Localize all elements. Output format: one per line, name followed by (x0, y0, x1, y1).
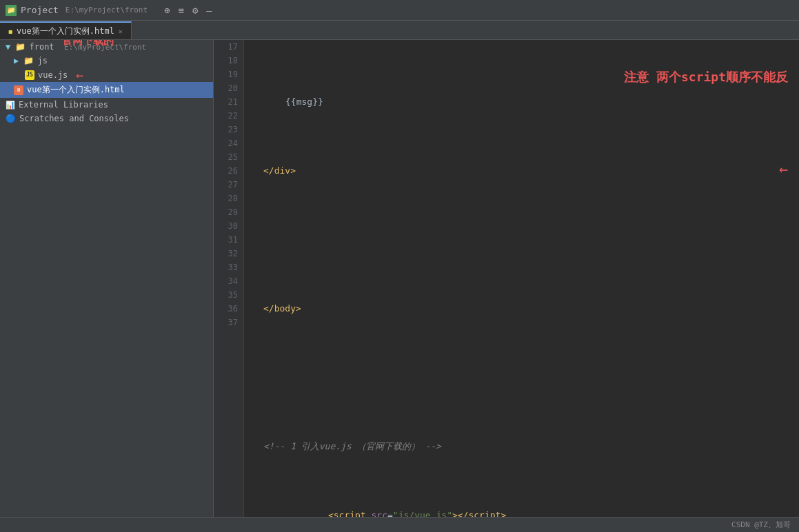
code-line-23: <script src="js/vue.js"></script> (252, 509, 799, 517)
title-bar: 📁 Project E:\myProject\front ⊕ ≡ ⚙ — (0, 0, 799, 21)
code-text-22: <!-- 1 引入vue.js （官网下载的） --> (263, 440, 441, 453)
code-content[interactable]: {{msg}} </div> </body> <!-- 1 引入vue.js （… (244, 40, 799, 517)
ln-25: 25 (216, 150, 238, 164)
sidebar-item-vuejs[interactable]: JS vue.js (0, 68, 73, 82)
sidebar-item-external-libs[interactable]: 📊 External Libraries (0, 98, 213, 112)
ln-18: 18 (216, 54, 238, 68)
project-title: Project (21, 5, 59, 15)
sidebar-item-vue-html[interactable]: H vue第一个入门实例.html (0, 82, 213, 98)
sidebar-vuehtml-label: vue第一个入门实例.html (27, 84, 125, 96)
js-folder-icon: ▶ 📁 (14, 56, 34, 65)
ln-28: 28 (216, 192, 238, 205)
code-line-21 (252, 371, 799, 385)
sidebar-vuejs-label: vue.js (38, 70, 68, 80)
code-line-22: <!-- 1 引入vue.js （官网下载的） --> (252, 440, 799, 453)
ln-21: 21 (216, 95, 238, 109)
ln-33: 33 (216, 260, 238, 274)
navigate-back-icon[interactable]: ⊕ (161, 3, 172, 17)
ln-29: 29 (216, 205, 238, 219)
tab-bar: ◼ vue第一个入门实例.html ✕ (0, 21, 799, 40)
line-numbers: 17 18 19 20 21 22 23 24 25 26 27 28 29 3… (214, 40, 244, 517)
lib-icon: 📊 (6, 101, 15, 110)
ln-35: 35 (216, 288, 238, 302)
tab-label: vue第一个入门实例.html (17, 25, 114, 37)
ln-30: 30 (216, 219, 238, 233)
code-text-23: <script src="js/vue.js"></script> (263, 495, 506, 517)
code-line-18: </div> (252, 164, 799, 178)
ln-37: 37 (216, 316, 238, 329)
structure-icon[interactable]: ≡ (175, 3, 186, 17)
ln-20: 20 (216, 81, 238, 95)
ln-22: 22 (216, 109, 238, 123)
scratch-icon: 🔵 (6, 114, 16, 123)
sidebar-extlibs-label: External Libraries (19, 100, 108, 110)
ln-24: 24 (216, 136, 238, 150)
code-text-18: </div> (263, 164, 296, 178)
ln-34: 34 (216, 274, 238, 288)
tab-close-icon[interactable]: ✕ (119, 28, 123, 35)
ln-36: 36 (216, 302, 238, 316)
sidebar: ▼ 📁 front E:\myProject\front ▶ 📁 js 官网下载… (0, 40, 214, 517)
sidebar-js-label: js (37, 56, 47, 65)
code-text-17: {{msg}} (285, 95, 323, 109)
code-text-20: </body> (263, 302, 301, 316)
project-icon: 📁 (6, 5, 17, 16)
status-credit: CSDN @TZ、旭哥 (731, 520, 791, 530)
code-line-20: </body> (252, 302, 799, 316)
sidebar-arrow-icon: ← (76, 68, 83, 82)
sidebar-item-js[interactable]: ▶ 📁 js (14, 56, 48, 65)
js-file-icon: JS (25, 70, 34, 80)
sidebar-item-scratches[interactable]: 🔵 Scratches and Consoles (0, 112, 213, 125)
tab-html-icon: ◼ (8, 28, 12, 35)
code-container[interactable]: 17 18 19 20 21 22 23 24 25 26 27 28 29 3… (214, 40, 799, 517)
project-label: 📁 Project E:\myProject\front (6, 5, 148, 16)
title-path: E:\myProject\front (65, 6, 148, 14)
sidebar-item-label: front E:\myProject\front (29, 42, 146, 52)
ln-17: 17 (216, 40, 238, 54)
code-line-17: {{msg}} (252, 95, 799, 109)
minimize-icon[interactable]: — (203, 3, 214, 17)
ln-23: 23 (216, 123, 238, 136)
sidebar-vuejs-row: JS vue.js ← (0, 68, 213, 82)
sidebar-js-row: ▶ 📁 js 官网下载的 (0, 54, 213, 68)
sidebar-item-front[interactable]: ▼ 📁 front E:\myProject\front (0, 40, 213, 54)
settings-icon[interactable]: ⚙ (190, 3, 201, 17)
tab-vue-html[interactable]: ◼ vue第一个入门实例.html ✕ (0, 21, 132, 39)
ln-27: 27 (216, 178, 238, 192)
ln-32: 32 (216, 247, 238, 260)
title-actions: ⊕ ≡ ⚙ — (161, 3, 215, 17)
main-area: ▼ 📁 front E:\myProject\front ▶ 📁 js 官网下载… (0, 40, 799, 517)
ln-26: 26 (216, 164, 238, 178)
code-line-19 (252, 233, 799, 247)
front-folder-icon: ▼ 📁 (6, 42, 26, 52)
status-bar: CSDN @TZ、旭哥 (0, 517, 799, 532)
ln-31: 31 (216, 233, 238, 247)
ln-19: 19 (216, 68, 238, 81)
editor-area: 注意 两个script顺序不能反 ← 17 18 19 20 21 22 23 … (214, 40, 799, 517)
html-file-icon: H (14, 85, 23, 95)
sidebar-scratches-label: Scratches and Consoles (19, 114, 129, 123)
